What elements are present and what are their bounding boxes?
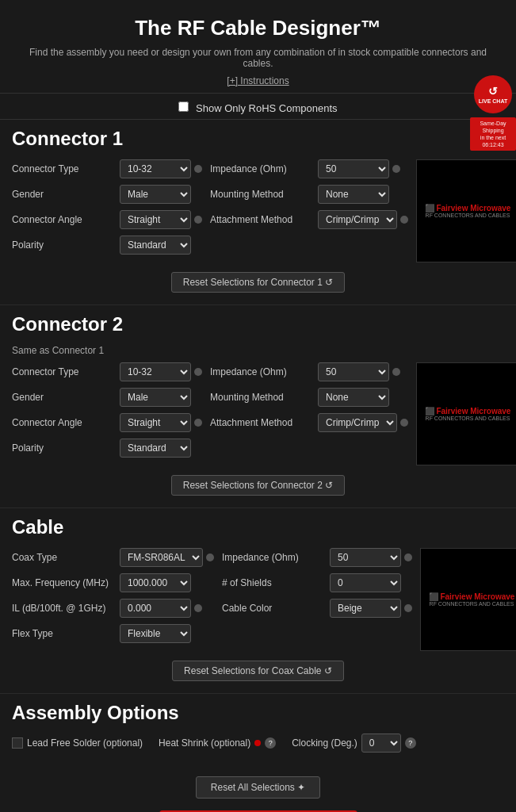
cable-coax-select[interactable]: FM-SR086AL	[120, 548, 203, 567]
cable-fields-row: Coax Type FM-SR086AL Max. Frequency (MHz…	[12, 548, 504, 651]
connector1-type-info[interactable]	[194, 165, 202, 173]
chat-icon: ↺	[488, 85, 498, 98]
heat-shrink-label: Heat Shrink (optional)	[159, 737, 250, 749]
assembly-options-row: Lead Free Solder (optional) Heat Shrink …	[12, 733, 504, 753]
connector2-impedance-info[interactable]	[392, 368, 400, 376]
connector1-attachment-row: Attachment Method Crimp/Crimp	[210, 210, 408, 229]
connector1-impedance-info[interactable]	[392, 165, 400, 173]
connector1-angle-info[interactable]	[194, 216, 202, 224]
connector1-section: Connector 1 Connector Type 10-32 Gender	[0, 120, 516, 305]
connector1-right-col: Impedance (Ohm) 50 Mounting Method None	[210, 159, 408, 262]
connector1-reset-button[interactable]: Reset Selections for Connector 1 ↺	[171, 272, 345, 293]
heat-shrink-item: Heat Shrink (optional) ?	[159, 737, 276, 749]
cable-shields-select[interactable]: 0	[330, 573, 401, 592]
lead-free-item: Lead Free Solder (optional)	[12, 737, 143, 749]
shipping-line2: Shipping	[474, 127, 512, 134]
connector2-angle-select[interactable]: Straight	[120, 413, 191, 432]
connector2-reset-row: Reset Selections for Connector 2 ↺	[12, 475, 504, 496]
connector1-mounting-row: Mounting Method None	[210, 185, 408, 204]
cable-flex-row: Flex Type Flexible	[12, 624, 214, 643]
assembly-options-title: Assembly Options	[12, 702, 504, 724]
cable-left-col: Coax Type FM-SR086AL Max. Frequency (MHz…	[12, 548, 214, 651]
reset-all-button[interactable]: Reset All Selections ✦	[196, 776, 320, 799]
heat-shrink-help-icon[interactable]: ?	[265, 737, 276, 749]
connector2-angle-info[interactable]	[194, 419, 202, 427]
connector2-reset-button[interactable]: Reset Selections for Connector 2 ↺	[171, 475, 345, 496]
lead-free-checkbox[interactable]	[12, 737, 23, 749]
clocking-select[interactable]: 0	[361, 733, 401, 753]
page-header: The RF Cable Designer™ Find the assembly…	[0, 0, 516, 94]
shipping-badge: Same-Day Shipping in the next 06:12:43	[470, 117, 516, 151]
heat-shrink-indicator	[254, 740, 261, 746]
connector1-angle-row: Connector Angle Straight	[12, 210, 202, 229]
instructions-link[interactable]: [+] Instructions	[16, 75, 500, 86]
cable-preview-logo: ⬛ Fairview Microwave RF CONNECTORS AND C…	[429, 592, 515, 607]
connector1-mounting-select[interactable]: None	[318, 185, 389, 204]
rohs-label[interactable]: Show Only RoHS Components	[178, 102, 337, 114]
cable-coax-info[interactable]	[206, 553, 214, 561]
connector1-angle-select[interactable]: Straight	[120, 210, 191, 229]
cable-il-row: IL (dB/100ft. @ 1GHz) 0.000	[12, 599, 214, 618]
cable-freq-row: Max. Frequency (MHz) 1000.000	[12, 573, 214, 592]
cable-il-select[interactable]: 0.000	[120, 599, 191, 618]
cable-impedance-row: Impedance (Ohm) 50	[222, 548, 412, 567]
connector1-impedance-select[interactable]: 50	[318, 159, 389, 178]
connector2-right-col: Impedance (Ohm) 50 Mounting Method None	[210, 362, 408, 465]
connector1-attachment-info[interactable]	[400, 216, 408, 224]
connector2-title: Connector 2	[12, 313, 504, 335]
connector2-type-info[interactable]	[194, 368, 202, 376]
page-wrapper: ↺ LIVE CHAT Same-Day Shipping in the nex…	[0, 0, 516, 812]
connector2-polarity-select[interactable]: Standard	[120, 439, 191, 458]
cable-title: Cable	[12, 516, 504, 538]
connector2-gender-select[interactable]: Male	[120, 388, 191, 407]
connector2-type-select[interactable]: 10-32	[120, 362, 191, 381]
connector2-section: Connector 2 Same as Connector 1 Connecto…	[0, 305, 516, 508]
clocking-item: Clocking (Deg.) 0 ?	[292, 733, 416, 753]
clocking-label: Clocking (Deg.)	[292, 737, 357, 749]
lead-free-label: Lead Free Solder (optional)	[27, 737, 143, 749]
cable-flex-select[interactable]: Flexible	[120, 624, 191, 643]
connector2-mounting-select[interactable]: None	[318, 388, 389, 407]
cable-reset-button[interactable]: Reset Selections for Coax Cable ↺	[172, 661, 344, 681]
connector1-type-row: Connector Type 10-32	[12, 159, 202, 178]
connector2-polarity-row: Polarity Standard	[12, 439, 202, 458]
cable-il-info[interactable]	[194, 604, 202, 612]
connector2-preview-logo: ⬛ Fairview Microwave RF CONNECTORS AND C…	[425, 407, 511, 421]
connector2-impedance-row: Impedance (Ohm) 50	[210, 362, 408, 381]
page-title: The RF Cable Designer™	[16, 16, 500, 40]
connector1-preview-logo: ⬛ Fairview Microwave RF CONNECTORS AND C…	[425, 204, 511, 218]
connector1-preview: ⬛ Fairview Microwave RF CONNECTORS AND C…	[416, 159, 516, 262]
page-subtitle: Find the assembly you need or design you…	[16, 47, 500, 69]
connector1-type-select[interactable]: 10-32	[120, 159, 191, 178]
cable-color-info[interactable]	[404, 604, 412, 612]
cable-impedance-info[interactable]	[404, 553, 412, 561]
connector2-attachment-info[interactable]	[400, 419, 408, 427]
cable-freq-select[interactable]: 1000.000	[120, 573, 191, 592]
connector2-attachment-row: Attachment Method Crimp/Crimp	[210, 413, 408, 432]
cable-impedance-select[interactable]: 50	[330, 548, 401, 567]
connector1-title: Connector 1	[12, 128, 504, 150]
connector1-left-col: Connector Type 10-32 Gender Male	[12, 159, 202, 262]
clocking-help-icon[interactable]: ?	[405, 737, 416, 749]
live-chat-label: LIVE CHAT	[479, 98, 507, 104]
connector2-attachment-select[interactable]: Crimp/Crimp	[318, 413, 397, 432]
connector1-impedance-row: Impedance (Ohm) 50	[210, 159, 408, 178]
cable-color-select[interactable]: Beige	[330, 599, 401, 618]
cable-color-row: Cable Color Beige	[222, 599, 412, 618]
cable-reset-row: Reset Selections for Coax Cable ↺	[12, 661, 504, 681]
connector2-impedance-select[interactable]: 50	[318, 362, 389, 381]
rohs-row: Show Only RoHS Components	[0, 94, 516, 119]
cable-right-col: Impedance (Ohm) 50 # of Shields 0	[222, 548, 412, 651]
assembly-options-section: Assembly Options Lead Free Solder (optio…	[0, 694, 516, 764]
connector2-preview: ⬛ Fairview Microwave RF CONNECTORS AND C…	[416, 362, 516, 465]
rohs-checkbox[interactable]	[178, 102, 189, 112]
cable-preview: ⬛ Fairview Microwave RF CONNECTORS AND C…	[420, 548, 516, 651]
connector1-polarity-select[interactable]: Standard	[120, 236, 191, 255]
connector1-gender-select[interactable]: Male	[120, 185, 191, 204]
connector2-type-row: Connector Type 10-32	[12, 362, 202, 381]
live-chat-button[interactable]: ↺ LIVE CHAT	[474, 75, 512, 113]
connector2-fields-row: Connector Type 10-32 Gender Male	[12, 362, 504, 465]
connector1-attachment-select[interactable]: Crimp/Crimp	[318, 210, 397, 229]
connector2-left-col: Connector Type 10-32 Gender Male	[12, 362, 202, 465]
shipping-line3: in the next	[474, 134, 512, 141]
